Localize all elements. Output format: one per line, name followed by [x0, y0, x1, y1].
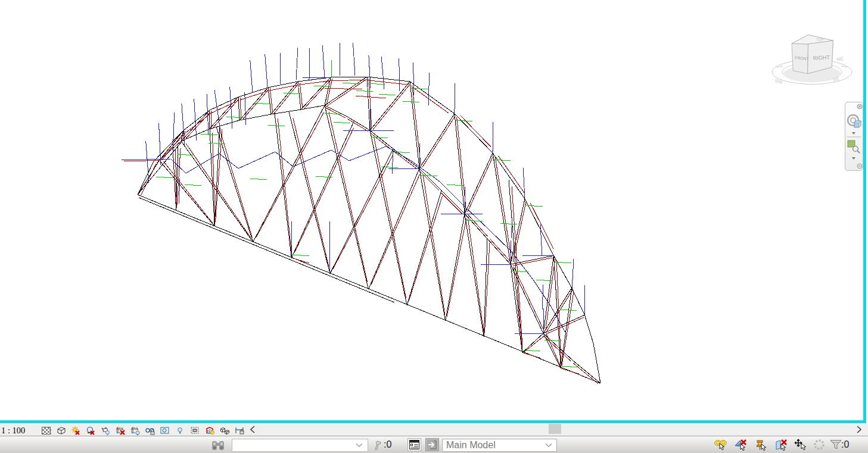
svg-text:RIGHT: RIGHT [813, 54, 830, 61]
svg-text:TOP: TOP [816, 37, 825, 42]
svg-text:SE: SE [832, 76, 840, 83]
svg-text:NE: NE [836, 56, 844, 63]
svg-text:SW: SW [774, 78, 783, 85]
